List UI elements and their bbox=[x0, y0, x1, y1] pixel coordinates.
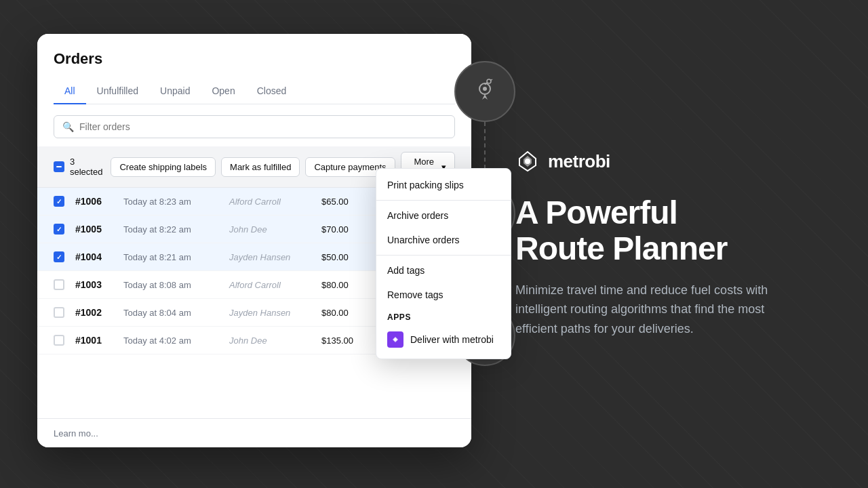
row-checkbox[interactable] bbox=[54, 251, 64, 262]
order-customer: Alford Carroll bbox=[229, 280, 311, 290]
order-amount: $135.00 bbox=[321, 336, 369, 346]
mark-as-fulfilled-button[interactable]: Mark as fulfilled bbox=[221, 157, 300, 177]
order-id: #1002 bbox=[75, 307, 113, 318]
menu-item-print-packing-slips[interactable]: Print packing slips bbox=[376, 173, 511, 197]
menu-item-remove-tags[interactable]: Remove tags bbox=[376, 283, 511, 307]
more-actions-dropdown: Print packing slips Archive orders Unarc… bbox=[376, 168, 511, 359]
order-id: #1001 bbox=[75, 335, 113, 346]
order-date: Today at 8:08 am bbox=[123, 280, 218, 290]
hero-description: Minimize travel time and reduce fuel cos… bbox=[515, 281, 787, 339]
order-customer: Jayden Hansen bbox=[229, 252, 311, 262]
order-date: Today at 8:04 am bbox=[123, 308, 218, 318]
learn-more-text: Learn mo... bbox=[54, 428, 98, 439]
metrobi-logo-text: metrobi bbox=[548, 151, 610, 172]
menu-divider bbox=[376, 255, 511, 256]
order-customer: John Dee bbox=[229, 336, 311, 346]
order-customer: John Dee bbox=[229, 224, 311, 235]
order-customer: Alford Carroll bbox=[229, 197, 311, 207]
search-input[interactable] bbox=[79, 121, 446, 132]
tab-closed[interactable]: Closed bbox=[246, 79, 298, 104]
tabs-bar: All Unfulfilled Unpaid Open Closed bbox=[54, 79, 455, 104]
deliver-with-metrobi-label: Deliver with metrobi bbox=[410, 334, 494, 345]
selected-count: 3 selected bbox=[70, 157, 102, 177]
tab-open[interactable]: Open bbox=[201, 79, 245, 104]
metrobi-app-icon bbox=[387, 331, 403, 348]
search-icon: 🔍 bbox=[62, 121, 74, 132]
menu-item-add-tags[interactable]: Add tags bbox=[376, 258, 511, 283]
order-amount: $65.00 bbox=[321, 197, 369, 207]
metrobi-logo-icon bbox=[515, 149, 540, 174]
tab-all[interactable]: All bbox=[54, 79, 86, 104]
row-checkbox[interactable] bbox=[54, 307, 64, 318]
metrobi-logo: metrobi bbox=[515, 149, 610, 174]
order-customer: Jayden Hansen bbox=[229, 308, 311, 318]
order-amount: $80.00 bbox=[321, 280, 369, 290]
menu-divider bbox=[376, 200, 511, 201]
create-shipping-labels-button[interactable]: Create shipping labels bbox=[111, 157, 216, 177]
order-date: Today at 8:22 am bbox=[123, 224, 218, 235]
order-id: #1005 bbox=[75, 224, 113, 235]
svg-point-13 bbox=[525, 159, 530, 164]
menu-item-unarchive-orders[interactable]: Unarchive orders bbox=[376, 228, 511, 252]
row-checkbox[interactable] bbox=[54, 279, 64, 290]
order-amount: $70.00 bbox=[321, 224, 369, 235]
order-id: #1004 bbox=[75, 251, 113, 262]
card-footer: Learn mo... bbox=[37, 418, 471, 447]
order-date: Today at 4:02 am bbox=[123, 336, 218, 346]
page-title: Orders bbox=[54, 50, 455, 68]
right-panel: metrobi A Powerful Route Planner Minimiz… bbox=[475, 0, 868, 488]
order-date: Today at 8:23 am bbox=[123, 197, 218, 207]
row-checkbox[interactable] bbox=[54, 224, 64, 235]
row-checkbox[interactable] bbox=[54, 196, 64, 207]
order-id: #1003 bbox=[75, 279, 113, 290]
tab-unpaid[interactable]: Unpaid bbox=[149, 79, 201, 104]
row-checkbox[interactable] bbox=[54, 335, 64, 346]
menu-item-archive-orders[interactable]: Archive orders bbox=[376, 203, 511, 228]
order-date: Today at 8:21 am bbox=[123, 252, 218, 262]
tab-unfulfilled[interactable]: Unfulfilled bbox=[86, 79, 149, 104]
card-header: Orders All Unfulfilled Unpaid Open Close… bbox=[37, 34, 471, 104]
svg-point-0 bbox=[394, 338, 397, 341]
order-id: #1006 bbox=[75, 196, 113, 207]
select-all-checkbox[interactable] bbox=[54, 161, 64, 172]
menu-item-deliver-with-metrobi[interactable]: Deliver with metrobi bbox=[376, 325, 511, 354]
menu-section-apps: APPS bbox=[376, 307, 511, 325]
hero-title: A Powerful Route Planner bbox=[515, 195, 727, 267]
order-amount: $80.00 bbox=[321, 308, 369, 318]
search-input-wrap[interactable]: 🔍 bbox=[54, 115, 455, 138]
order-amount: $50.00 bbox=[321, 252, 369, 262]
search-container: 🔍 bbox=[37, 104, 471, 146]
